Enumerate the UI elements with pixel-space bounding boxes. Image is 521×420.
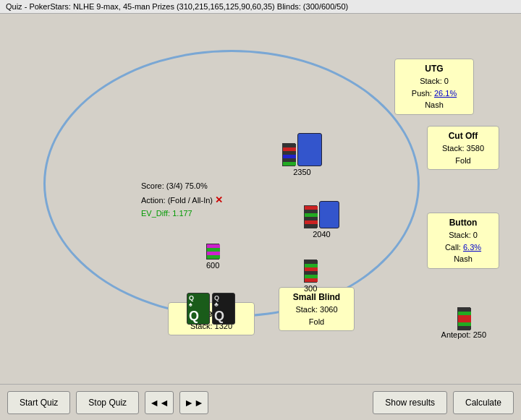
start-quiz-button[interactable]: Start Quiz [7, 391, 70, 414]
button-extra: Nash [433, 253, 493, 265]
action-text: Action: (Fold / All-In) ✕ [141, 193, 223, 208]
utg-name: UTG [401, 62, 467, 75]
sb-action: Fold [285, 316, 348, 328]
prev-button[interactable]: ◄◄ [145, 391, 174, 414]
player-box-sb: Small Blind Stack: 3060 Fold [279, 287, 355, 331]
utg-blue-card [297, 133, 322, 166]
sb-stack: Stack: 3060 [285, 304, 348, 316]
cutoff-action: Fold [433, 155, 493, 167]
player-box-button: Button Stack: 0 Call: 6.3% Nash [427, 213, 499, 269]
hero-card-1: Q♠ Q [187, 293, 210, 325]
mid-chips-area: 2040 [304, 198, 339, 239]
calculate-button[interactable]: Calculate [453, 391, 514, 414]
antepot-label: Antepot: 250 [441, 330, 486, 339]
mid-chip-value: 2040 [313, 230, 330, 239]
small-chips-area: 300 [304, 260, 317, 293]
player-box-utg: UTG Stack: 0 Push: 26.1% Nash [394, 59, 474, 115]
title-bar: Quiz - PokerStars: NLHE 9-max, 45-man Pr… [0, 0, 521, 14]
utg-action: Push: 26.1% [401, 87, 467, 100]
utg-extra: Nash [401, 99, 467, 111]
cutoff-name: Cut Off [433, 129, 493, 142]
utg-chips-area: 2350 [282, 133, 322, 176]
next-button[interactable]: ►► [179, 391, 208, 414]
table-oval [43, 50, 420, 317]
evdiff-text: EV_Diff: 1.177 [141, 207, 223, 220]
button-action: Call: 6.3% [433, 241, 493, 254]
score-panel: Score: (3/4) 75.0% Action: (Fold / All-I… [141, 180, 223, 220]
mid-chip-stack [304, 205, 317, 228]
hero-cards: Q♠ Q Q♣ Q [187, 293, 235, 325]
hero-chip-value: 600 [206, 261, 219, 270]
utg-stack: Stack: 0 [401, 75, 467, 87]
utg-chip-stack [282, 143, 295, 166]
mid-blue-card [319, 201, 339, 228]
stop-quiz-button[interactable]: Stop Quiz [76, 391, 139, 414]
player-box-cutoff: Cut Off Stack: 3580 Fold [427, 126, 499, 170]
toolbar: Start Quiz Stop Quiz ◄◄ ►► Show results … [0, 384, 521, 420]
button-name: Button [433, 216, 493, 229]
main-area: UTG Stack: 0 Push: 26.1% Nash Cut Off St… [0, 14, 521, 382]
hero-chip-stack [206, 244, 219, 260]
small-chip-stack [304, 260, 317, 283]
button-stack: Stack: 0 [433, 229, 493, 241]
utg-chip-value: 2350 [293, 168, 310, 176]
next-icon: ►► [184, 397, 204, 408]
button-call-link[interactable]: 6.3% [463, 243, 481, 252]
hero-chips-area: 600 [206, 244, 219, 270]
score-text: Score: (3/4) 75.0% [141, 180, 223, 193]
window-title: Quiz - PokerStars: NLHE 9-max, 45-man Pr… [6, 2, 348, 11]
small-chip-value: 300 [304, 284, 317, 293]
antepot-chip [457, 307, 470, 330]
antepot-area: Antepot: 250 [441, 304, 486, 339]
x-mark: ✕ [215, 194, 223, 205]
hero-card-2: Q♣ Q [212, 293, 235, 325]
utg-push-link[interactable]: 26.1% [434, 89, 457, 98]
prev-icon: ◄◄ [149, 397, 169, 408]
show-results-button[interactable]: Show results [373, 391, 447, 414]
cutoff-stack: Stack: 3580 [433, 142, 493, 155]
